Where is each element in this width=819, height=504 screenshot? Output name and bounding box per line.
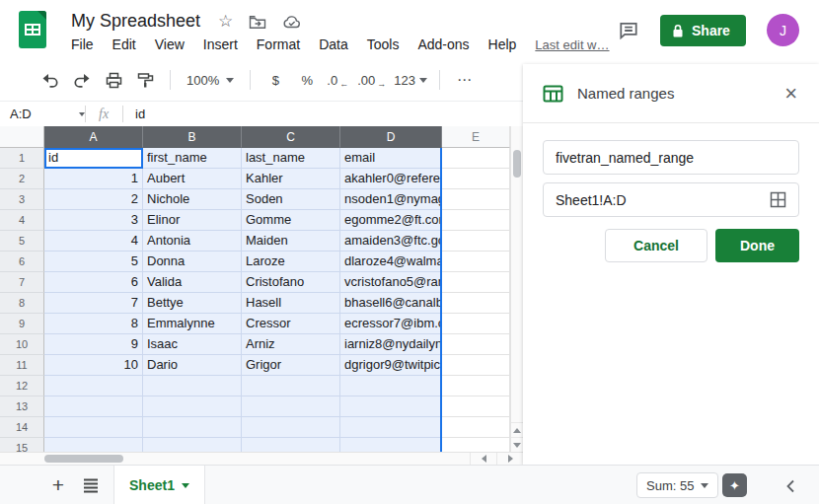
cell-E15[interactable] — [442, 438, 510, 452]
cell-E5[interactable] — [442, 231, 510, 252]
cell-E3[interactable] — [442, 189, 510, 210]
cell-C2[interactable]: Kahler — [242, 169, 340, 189]
cell-C10[interactable]: Arniz — [242, 334, 340, 355]
cell-C4[interactable]: Gomme — [242, 210, 340, 231]
select-data-range-icon[interactable] — [770, 191, 786, 208]
move-to-folder-icon[interactable] — [249, 14, 266, 30]
row-header-12[interactable]: 12 — [0, 376, 44, 396]
vertical-scrollbar[interactable] — [510, 126, 523, 452]
cell-E4[interactable] — [442, 210, 510, 231]
row-header-3[interactable]: 3 — [0, 189, 44, 210]
cell-A6[interactable]: 5 — [44, 252, 143, 272]
paint-format-button[interactable] — [132, 67, 158, 93]
column-header-D[interactable]: D — [340, 126, 442, 148]
row-header-9[interactable]: 9 — [0, 314, 44, 334]
cell-C11[interactable]: Grigor — [242, 355, 340, 376]
add-sheet-button[interactable]: + — [45, 472, 71, 498]
cell-D13[interactable] — [340, 396, 442, 417]
cell-D1[interactable]: email — [340, 148, 442, 169]
cell-D7[interactable]: vcristofano5@rambler.ru — [340, 272, 442, 293]
cell-E9[interactable] — [442, 314, 510, 334]
row-header-7[interactable]: 7 — [0, 272, 44, 293]
cell-C14[interactable] — [242, 417, 340, 438]
cell-E2[interactable] — [442, 169, 510, 189]
cell-E13[interactable] — [442, 396, 510, 417]
close-icon[interactable]: × — [781, 81, 801, 107]
print-button[interactable] — [101, 67, 126, 93]
cell-D11[interactable]: dgrigor9@twitpic.com — [340, 355, 442, 376]
format-percent-button[interactable]: % — [294, 67, 320, 93]
cell-A1[interactable]: id — [44, 148, 143, 169]
column-header-B[interactable]: B — [143, 126, 242, 148]
cell-D8[interactable]: bhasell6@canalblog.com — [340, 293, 442, 314]
select-all-corner[interactable] — [0, 126, 44, 148]
cell-E6[interactable] — [442, 252, 510, 272]
cell-B14[interactable] — [143, 417, 242, 438]
sheet-tab-sheet1[interactable]: Sheet1 — [113, 466, 205, 504]
scroll-right-button[interactable] — [496, 453, 523, 465]
cell-A4[interactable]: 3 — [44, 210, 143, 231]
cell-B10[interactable]: Isaac — [143, 334, 242, 355]
document-title[interactable]: My Spreadsheet — [71, 11, 200, 32]
cell-A5[interactable]: 4 — [44, 231, 143, 252]
cell-A14[interactable] — [44, 417, 143, 438]
cell-B13[interactable] — [143, 396, 242, 417]
cell-B6[interactable]: Donna — [143, 252, 242, 272]
cell-D12[interactable] — [340, 376, 442, 396]
cell-E1[interactable] — [442, 148, 510, 169]
menu-item-file[interactable]: File — [71, 36, 94, 52]
row-header-13[interactable]: 13 — [0, 396, 44, 417]
vertical-scrollbar-thumb[interactable] — [513, 150, 521, 178]
cell-C1[interactable]: last_name — [242, 148, 340, 169]
column-header-C[interactable]: C — [242, 126, 340, 148]
comment-history-icon[interactable] — [614, 16, 643, 45]
cell-C12[interactable] — [242, 376, 340, 396]
row-header-11[interactable]: 11 — [0, 355, 44, 376]
cell-D4[interactable]: egomme2@ft.com — [340, 210, 442, 231]
range-ref-input[interactable]: Sheet1!A:D — [543, 182, 799, 217]
cell-B9[interactable]: Emmalynne — [143, 314, 242, 334]
cell-D14[interactable] — [340, 417, 442, 438]
done-button[interactable]: Done — [715, 229, 799, 262]
all-sheets-menu-icon[interactable] — [79, 474, 103, 496]
cell-E8[interactable] — [442, 293, 510, 314]
number-format-button[interactable]: 123 — [394, 67, 427, 93]
row-header-1[interactable]: 1 — [0, 148, 44, 169]
column-header-A[interactable]: A — [44, 126, 143, 148]
scroll-left-button[interactable] — [470, 453, 496, 465]
cell-C9[interactable]: Cressor — [242, 314, 340, 334]
row-header-2[interactable]: 2 — [0, 169, 44, 189]
cell-A13[interactable] — [44, 396, 143, 417]
cell-D9[interactable]: ecressor7@ibm.com — [340, 314, 442, 334]
row-header-4[interactable]: 4 — [0, 210, 44, 231]
collapse-panel-chevron[interactable] — [782, 477, 799, 495]
scroll-up-button[interactable] — [511, 422, 523, 437]
cell-A8[interactable]: 7 — [44, 293, 143, 314]
cell-C6[interactable]: Laroze — [242, 252, 340, 272]
menu-item-help[interactable]: Help — [488, 36, 517, 52]
cell-E12[interactable] — [442, 376, 510, 396]
cell-B2[interactable]: Aubert — [143, 169, 242, 189]
cell-A9[interactable]: 8 — [44, 314, 143, 334]
cell-A10[interactable]: 9 — [44, 334, 143, 355]
menu-item-add-ons[interactable]: Add-ons — [417, 36, 469, 52]
undo-button[interactable] — [37, 67, 63, 93]
menu-item-edit[interactable]: Edit — [112, 36, 136, 52]
cell-C3[interactable]: Soden — [242, 189, 340, 210]
scroll-down-button[interactable] — [511, 437, 523, 452]
menu-item-format[interactable]: Format — [257, 36, 300, 52]
row-header-5[interactable]: 5 — [0, 231, 44, 252]
cancel-button[interactable]: Cancel — [605, 229, 707, 262]
sheets-logo-icon[interactable] — [19, 11, 46, 48]
cell-E10[interactable] — [442, 334, 510, 355]
row-header-14[interactable]: 14 — [0, 417, 44, 438]
column-header-E[interactable]: E — [442, 126, 510, 148]
cell-D3[interactable]: nsoden1@nymag.com — [340, 189, 442, 210]
cell-D15[interactable] — [340, 438, 442, 452]
explore-button[interactable]: ✦ — [722, 473, 747, 497]
horizontal-scrollbar-thumb[interactable] — [44, 455, 123, 463]
menu-item-tools[interactable]: Tools — [367, 36, 400, 52]
cell-A12[interactable] — [44, 376, 143, 396]
cell-E11[interactable] — [442, 355, 510, 376]
cell-A2[interactable]: 1 — [44, 169, 143, 189]
